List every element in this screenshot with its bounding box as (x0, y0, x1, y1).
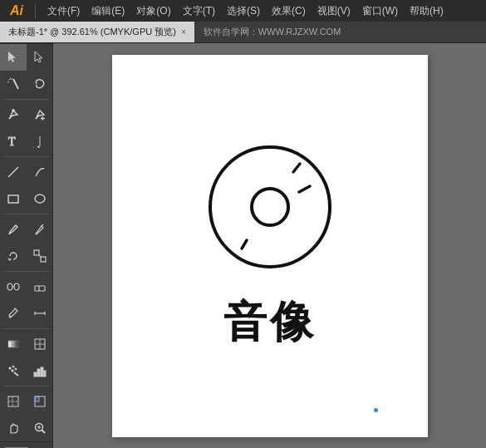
tool-rect[interactable] (0, 185, 27, 212)
svg-point-6 (12, 110, 15, 112)
svg-point-48 (210, 147, 330, 267)
tool-slice-select[interactable] (27, 388, 53, 415)
blue-dot-indicator (374, 408, 378, 412)
svg-text:+: + (41, 115, 45, 121)
svg-rect-38 (44, 371, 46, 377)
tool-eyedropper[interactable] (0, 300, 27, 327)
svg-line-11 (8, 167, 18, 177)
svg-line-45 (42, 431, 46, 434)
title-bar: Ai 文件(F) 编辑(E) 对象(O) 文字(T) 选择(S) 效果(C) 视… (0, 0, 486, 22)
tool-measure[interactable] (27, 300, 53, 327)
tool-pen[interactable] (0, 101, 27, 128)
svg-marker-0 (8, 52, 16, 62)
svg-point-19 (14, 283, 19, 290)
cd-text-label: 音像 (223, 293, 317, 352)
title-bar-divider (35, 3, 36, 18)
tool-column-chart[interactable] (27, 357, 53, 384)
svg-rect-16 (41, 257, 46, 262)
svg-rect-43 (35, 396, 39, 401)
menu-view[interactable]: 视图(V) (312, 2, 356, 20)
cd-svg-icon (204, 140, 336, 273)
svg-line-2 (13, 79, 18, 89)
menu-text[interactable]: 文字(T) (178, 2, 220, 20)
menu-effect[interactable]: 效果(C) (267, 2, 311, 20)
tool-grid: + T T (0, 44, 52, 441)
menu-select[interactable]: 选择(S) (222, 2, 265, 20)
menu-edit[interactable]: 编辑(E) (86, 2, 130, 20)
tool-separator-6 (3, 386, 50, 386)
svg-point-49 (252, 189, 288, 225)
tool-ellipse[interactable] (27, 185, 53, 212)
color-swatch-area (0, 441, 52, 448)
tool-select[interactable] (0, 44, 27, 71)
main-area: + T T (0, 43, 486, 448)
svg-point-31 (9, 367, 11, 369)
svg-line-3 (9, 78, 11, 80)
menu-window[interactable]: 窗口(W) (357, 2, 403, 20)
menu-help[interactable]: 帮助(H) (405, 2, 449, 20)
tool-separator-4 (3, 271, 50, 272)
tool-symbol-spray[interactable] (0, 357, 27, 384)
canvas-area: 音像 (53, 43, 486, 448)
svg-text:T: T (8, 135, 16, 148)
svg-line-50 (293, 164, 300, 172)
tab-close-button[interactable]: × (181, 27, 186, 37)
tool-hand[interactable] (0, 415, 27, 441)
tab-extra-label: 软件自学网：WWW.RJZXW.COM (204, 26, 341, 38)
tool-separator-5 (3, 328, 50, 329)
svg-rect-21 (35, 286, 45, 291)
tool-mesh[interactable] (27, 331, 53, 357)
tool-scale[interactable] (27, 243, 53, 269)
tool-separator-3 (3, 214, 50, 214)
svg-line-4 (7, 81, 9, 82)
tool-blend[interactable] (0, 273, 27, 300)
svg-line-52 (242, 240, 247, 249)
active-tab[interactable]: 未标题-1* @ 392.61% (CMYK/GPU 预览) × (0, 22, 195, 42)
tab-bar: 未标题-1* @ 392.61% (CMYK/GPU 预览) × 软件自学网：W… (0, 22, 486, 43)
tool-arc[interactable] (27, 159, 53, 185)
app-logo: Ai (5, 3, 28, 18)
tool-rotate[interactable] (0, 243, 27, 269)
tab-extra-info: 软件自学网：WWW.RJZXW.COM (195, 22, 486, 42)
tool-pencil[interactable] (27, 216, 53, 243)
tool-gradient[interactable] (0, 331, 27, 357)
menu-file[interactable]: 文件(F) (42, 2, 85, 20)
tool-brush[interactable] (0, 216, 27, 243)
tool-magic-wand[interactable] (0, 71, 27, 97)
tool-add-anchor[interactable]: + (27, 101, 53, 128)
svg-rect-37 (41, 367, 43, 377)
canvas-document[interactable]: 音像 (112, 55, 428, 437)
svg-point-33 (12, 370, 13, 372)
tool-slice[interactable] (0, 388, 27, 415)
svg-line-51 (299, 186, 310, 192)
toolbar: + T T (0, 43, 53, 448)
svg-text:T: T (33, 146, 42, 148)
menu-bar: 文件(F) 编辑(E) 对象(O) 文字(T) 选择(S) 效果(C) 视图(V… (42, 2, 449, 20)
cd-icon-container (204, 140, 336, 277)
tool-zoom[interactable] (27, 415, 53, 441)
tool-line[interactable] (0, 159, 27, 185)
svg-point-18 (7, 283, 12, 290)
svg-point-13 (35, 194, 45, 203)
svg-rect-35 (34, 372, 37, 377)
svg-line-17 (39, 255, 41, 257)
svg-rect-12 (8, 195, 18, 203)
svg-line-14 (42, 224, 43, 226)
active-tab-label: 未标题-1* @ 392.61% (CMYK/GPU 预览) (8, 26, 176, 38)
svg-marker-1 (35, 52, 42, 62)
tool-eraser[interactable] (27, 273, 53, 300)
tool-type-vertical[interactable]: T (27, 128, 53, 155)
tool-type[interactable]: T (0, 128, 27, 155)
svg-point-32 (12, 366, 14, 367)
menu-object[interactable]: 对象(O) (131, 2, 175, 20)
svg-point-34 (15, 368, 17, 370)
svg-rect-27 (8, 341, 18, 347)
tool-lasso[interactable] (27, 71, 53, 97)
svg-rect-36 (37, 369, 40, 377)
tool-separator-1 (3, 99, 50, 100)
tool-direct-select[interactable] (27, 44, 53, 71)
svg-rect-15 (34, 250, 39, 255)
tool-separator-2 (3, 156, 50, 157)
